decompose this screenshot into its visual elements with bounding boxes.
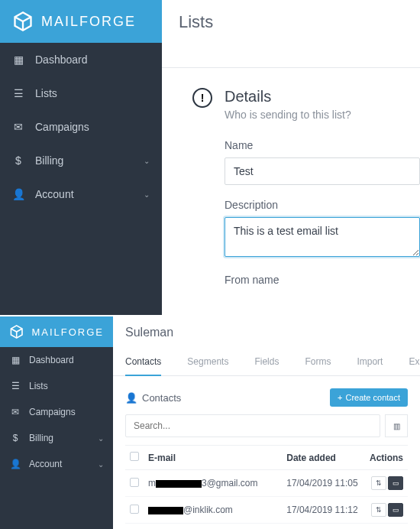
account-icon: 👤 <box>9 459 21 469</box>
tab-fields[interactable]: Fields <box>254 349 279 375</box>
chevron-down-icon: ⌄ <box>144 190 150 199</box>
table-row[interactable]: ilove@gmail.com17/04/2019 11:12⇅▭ <box>125 524 408 530</box>
name-label: Name <box>225 139 420 151</box>
nav-dashboard[interactable]: ▦Dashboard <box>0 43 162 76</box>
nav-label: Dashboard <box>35 54 88 66</box>
row-checkbox[interactable] <box>130 478 139 487</box>
tab-export[interactable]: Expo <box>409 349 420 375</box>
lists-icon: ☰ <box>12 87 24 99</box>
tab-forms[interactable]: Forms <box>305 349 331 375</box>
nav-label: Campaigns <box>35 121 89 133</box>
search-input[interactable] <box>125 414 380 437</box>
app-top: MAILFORGE ▦Dashboard ☰Lists ✉Campaigns $… <box>0 0 420 315</box>
cell-email: m3@gmail.com <box>144 470 282 497</box>
contacts-icon: 👤 <box>125 392 137 404</box>
nav-label: Account <box>35 188 74 200</box>
button-label: Create contact <box>345 393 400 402</box>
nav-dashboard[interactable]: ▦Dashboard <box>0 347 113 373</box>
nav-label: Billing <box>29 433 53 443</box>
table-row[interactable]: m3@gmail.com17/04/2019 11:05⇅▭ <box>125 470 408 497</box>
redacted <box>148 507 183 514</box>
nav-label: Campaigns <box>29 407 76 417</box>
info-icon: ! <box>192 88 212 108</box>
create-contact-button[interactable]: +Create contact <box>330 388 408 407</box>
cell-date: 17/04/2019 11:05 <box>282 470 364 497</box>
main-top: Lists ! Details Who is sending to this l… <box>162 0 420 315</box>
redacted <box>156 480 202 488</box>
nav-campaigns[interactable]: ✉Campaigns <box>0 399 113 425</box>
description-label: Description <box>225 199 420 211</box>
row-action-button[interactable]: ⇅ <box>371 503 386 517</box>
tab-segments[interactable]: Segments <box>187 349 228 375</box>
tab-import[interactable]: Import <box>357 349 383 375</box>
nav-label: Lists <box>29 381 48 391</box>
row-card-button[interactable]: ▭ <box>388 503 403 517</box>
main-bottom: Suleman Contacts Segments Fields Forms I… <box>113 316 420 529</box>
col-actions: Actions <box>364 446 408 470</box>
chevron-down-icon: ⌄ <box>98 460 104 469</box>
lists-icon: ☰ <box>9 381 21 391</box>
plus-icon: + <box>338 393 342 402</box>
columns-icon: ▥ <box>393 422 400 430</box>
billing-icon: $ <box>12 154 24 167</box>
nav-lists[interactable]: ☰Lists <box>0 76 162 110</box>
dashboard-icon: ▦ <box>12 54 24 66</box>
nav-billing[interactable]: $Billing⌄ <box>0 144 162 177</box>
account-icon: 👤 <box>12 188 24 200</box>
from-name-label: From name <box>225 274 420 286</box>
nav-label: Lists <box>35 87 57 99</box>
nav-lists[interactable]: ☰Lists <box>0 373 113 399</box>
cell-date: 17/04/2019 11:12 <box>282 524 364 530</box>
col-date[interactable]: Date added <box>282 446 364 470</box>
nav-account[interactable]: 👤Account⌄ <box>0 177 162 211</box>
tab-contacts[interactable]: Contacts <box>125 349 161 376</box>
sidebar: MAILFORGE ▦Dashboard ☰Lists ✉Campaigns $… <box>0 316 113 529</box>
nav-account[interactable]: 👤Account⌄ <box>0 451 113 477</box>
billing-icon: $ <box>9 433 21 443</box>
brand[interactable]: MAILFORGE <box>0 0 162 43</box>
nav-label: Dashboard <box>29 355 74 365</box>
select-all-checkbox[interactable] <box>130 452 139 461</box>
cell-email: @inklik.com <box>144 497 282 524</box>
nav-label: Billing <box>35 154 63 167</box>
app-bottom: MAILFORGE ▦Dashboard ☰Lists ✉Campaigns $… <box>0 315 420 529</box>
cell-date: 17/04/2019 11:12 <box>282 497 364 524</box>
campaigns-icon: ✉ <box>9 407 21 417</box>
nav-label: Account <box>29 459 62 469</box>
name-input[interactable] <box>225 157 420 185</box>
dashboard-icon: ▦ <box>9 355 21 365</box>
panel-title: 👤Contacts <box>125 392 181 404</box>
chevron-down-icon: ⌄ <box>98 434 104 443</box>
brand-text: MAILFORGE <box>31 326 104 338</box>
nav-campaigns[interactable]: ✉Campaigns <box>0 110 162 144</box>
brand[interactable]: MAILFORGE <box>0 316 113 347</box>
panel-title-text: Contacts <box>142 392 181 404</box>
sidebar: MAILFORGE ▦Dashboard ☰Lists ✉Campaigns $… <box>0 0 162 315</box>
tabs: Contacts Segments Fields Forms Import Ex… <box>113 349 420 376</box>
page-title: Lists <box>162 0 420 44</box>
chevron-down-icon: ⌄ <box>144 157 150 165</box>
row-checkbox[interactable] <box>130 505 139 514</box>
cell-email: ilove@gmail.com <box>144 524 282 530</box>
brand-text: MAILFORGE <box>41 14 136 30</box>
page-title: Suleman <box>113 316 420 349</box>
campaigns-icon: ✉ <box>12 121 24 133</box>
row-action-button[interactable]: ⇅ <box>371 476 386 490</box>
columns-button[interactable]: ▥ <box>385 414 408 437</box>
row-card-button[interactable]: ▭ <box>388 476 403 490</box>
section-subtitle: Who is sending to this list? <box>225 109 351 121</box>
logo-icon <box>12 11 34 32</box>
contacts-table: E-mail Date added Actions m3@gmail.com17… <box>125 445 408 529</box>
logo-icon <box>9 324 24 339</box>
nav-billing[interactable]: $Billing⌄ <box>0 425 113 451</box>
section-title: Details <box>225 88 351 105</box>
col-email[interactable]: E-mail <box>144 446 282 470</box>
description-input[interactable]: This is a test email list <box>225 217 420 257</box>
table-row[interactable]: @inklik.com17/04/2019 11:12⇅▭ <box>125 497 408 524</box>
